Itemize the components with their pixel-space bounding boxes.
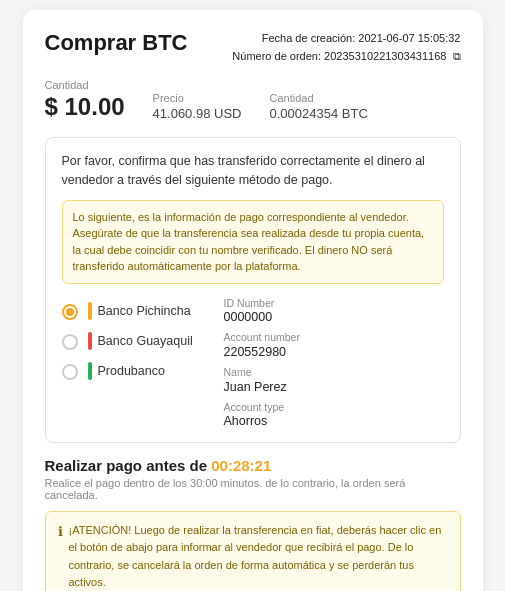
btc-value: 0.00024354 BTC (269, 106, 367, 121)
timer-heading: Realizar pago antes de 00:28:21 (45, 457, 461, 474)
bank-stripe-produbanco (88, 362, 92, 380)
radio-btn-produbanco[interactable] (62, 364, 78, 380)
name-label: Name (224, 365, 444, 380)
bank-name-guayaquil: Banco Guayaquil (98, 334, 193, 348)
copy-icon[interactable]: ⧉ (453, 48, 461, 66)
account-number-label: Account number (224, 330, 444, 345)
btc-label: Cantidad (269, 92, 367, 104)
bank-name-wrap-pichincha: Banco Pichincha (88, 302, 208, 320)
timer-sub: Realice el pago dentro de los 30:00 minu… (45, 477, 461, 501)
radio-btn-guayaquil[interactable] (62, 334, 78, 350)
quantity-label: Cantidad (45, 79, 125, 91)
alert-box: ℹ ¡ATENCIÓN! Luego de realizar la transf… (45, 511, 461, 591)
order-number-row: Número de orden: 20235310221303431168 ⧉ (232, 48, 460, 66)
warning-box: Lo siguiente, es la información de pago … (62, 200, 444, 284)
id-number-label: ID Number (224, 296, 444, 311)
bank-stripe-guayaquil (88, 332, 92, 350)
id-number-value: 0000000 (224, 310, 444, 324)
price-label: Precio (153, 92, 242, 104)
meta-info: Fecha de creación: 2021-06-07 15:05:32 N… (232, 30, 460, 65)
order-number-value: 20235310221303431168 (324, 50, 446, 62)
account-type-value: Ahorros (224, 414, 444, 428)
price-value: 41.060.98 USD (153, 106, 242, 121)
radio-pichincha[interactable] (62, 304, 78, 320)
bank-stripe-pichincha (88, 302, 92, 320)
alert-icon: ℹ (58, 522, 63, 590)
radio-btn-pichincha[interactable] (62, 304, 78, 320)
account-number-value: 220552980 (224, 345, 444, 359)
page-title: Comprar BTC (45, 30, 188, 56)
bank-name-produbanco: Produbanco (98, 364, 165, 378)
name-value: Juan Perez (224, 380, 444, 394)
confirm-text: Por favor, confirma que has transferido … (62, 152, 444, 190)
timer-value: 00:28:21 (211, 457, 271, 474)
bank-name-wrap-produbanco: Produbanco (88, 362, 208, 380)
timer-heading-prefix: Realizar pago antes de (45, 457, 208, 474)
bank-row-guayaquil[interactable]: Banco Guayaquil (62, 326, 208, 356)
creation-date-row: Fecha de creación: 2021-06-07 15:05:32 (232, 30, 460, 48)
order-number-label: Número de orden: (232, 50, 321, 62)
creation-date-label: Fecha de creación: (262, 32, 356, 44)
bank-section: Banco Pichincha Banco Guayaquil (62, 296, 444, 429)
radio-guayaquil[interactable] (62, 334, 78, 350)
creation-date-value: 2021-06-07 15:05:32 (358, 32, 460, 44)
bank-details-panel: ID Number 0000000 Account number 2205529… (224, 296, 444, 429)
account-type-label: Account type (224, 400, 444, 415)
bank-name-pichincha: Banco Pichincha (98, 304, 191, 318)
main-card: Comprar BTC Fecha de creación: 2021-06-0… (23, 10, 483, 591)
quantity-value: $ 10.00 (45, 93, 125, 121)
alert-text: ¡ATENCIÓN! Luego de realizar la transfer… (69, 522, 448, 590)
bank-row-produbanco[interactable]: Produbanco (62, 356, 208, 386)
bank-name-wrap-guayaquil: Banco Guayaquil (88, 332, 208, 350)
payment-timer-section: Realizar pago antes de 00:28:21 Realice … (45, 457, 461, 501)
bank-list: Banco Pichincha Banco Guayaquil (62, 296, 208, 429)
amounts-row: Cantidad $ 10.00 Precio 41.060.98 USD Ca… (45, 79, 461, 121)
header-row: Comprar BTC Fecha de creación: 2021-06-0… (45, 30, 461, 65)
price-block: Precio 41.060.98 USD (153, 92, 242, 121)
bank-row-pichincha[interactable]: Banco Pichincha (62, 296, 208, 326)
fiat-amount-block: Cantidad $ 10.00 (45, 79, 125, 121)
radio-produbanco[interactable] (62, 364, 78, 380)
payment-info-box: Por favor, confirma que has transferido … (45, 137, 461, 443)
btc-block: Cantidad 0.00024354 BTC (269, 92, 367, 121)
